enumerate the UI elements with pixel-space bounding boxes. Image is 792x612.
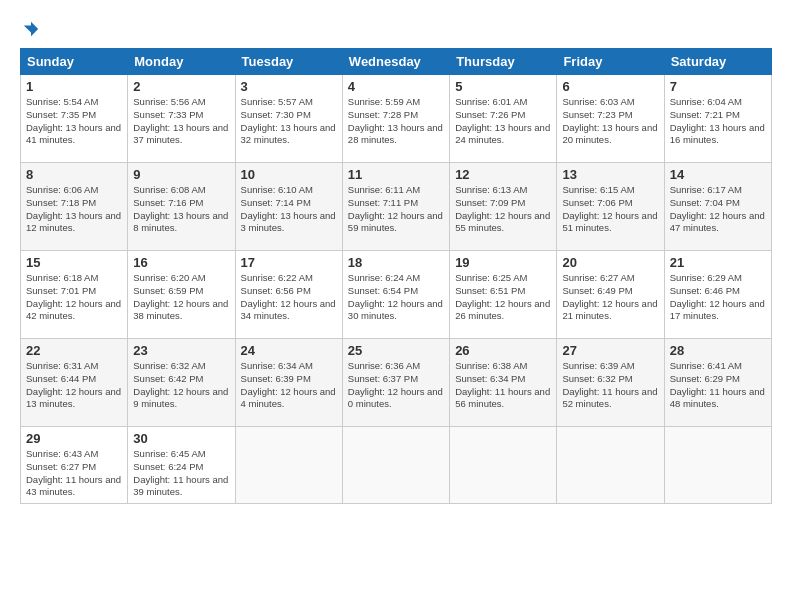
day-info: Sunrise: 6:43 AM Sunset: 6:27 PM Dayligh…	[26, 448, 122, 499]
day-info: Sunrise: 6:24 AM Sunset: 6:54 PM Dayligh…	[348, 272, 444, 323]
calendar-cell: 16Sunrise: 6:20 AM Sunset: 6:59 PM Dayli…	[128, 251, 235, 339]
day-number: 24	[241, 343, 337, 358]
day-number: 14	[670, 167, 766, 182]
day-number: 10	[241, 167, 337, 182]
day-info: Sunrise: 6:06 AM Sunset: 7:18 PM Dayligh…	[26, 184, 122, 235]
calendar-cell: 26Sunrise: 6:38 AM Sunset: 6:34 PM Dayli…	[450, 339, 557, 427]
calendar-week-row: 8Sunrise: 6:06 AM Sunset: 7:18 PM Daylig…	[21, 163, 772, 251]
day-info: Sunrise: 6:11 AM Sunset: 7:11 PM Dayligh…	[348, 184, 444, 235]
weekday-header: Tuesday	[235, 49, 342, 75]
day-info: Sunrise: 6:39 AM Sunset: 6:32 PM Dayligh…	[562, 360, 658, 411]
calendar-cell: 19Sunrise: 6:25 AM Sunset: 6:51 PM Dayli…	[450, 251, 557, 339]
calendar-cell: 4Sunrise: 5:59 AM Sunset: 7:28 PM Daylig…	[342, 75, 449, 163]
day-info: Sunrise: 5:57 AM Sunset: 7:30 PM Dayligh…	[241, 96, 337, 147]
calendar-cell: 3Sunrise: 5:57 AM Sunset: 7:30 PM Daylig…	[235, 75, 342, 163]
day-number: 4	[348, 79, 444, 94]
day-info: Sunrise: 6:27 AM Sunset: 6:49 PM Dayligh…	[562, 272, 658, 323]
day-number: 29	[26, 431, 122, 446]
calendar-cell	[450, 427, 557, 504]
calendar-cell: 23Sunrise: 6:32 AM Sunset: 6:42 PM Dayli…	[128, 339, 235, 427]
day-info: Sunrise: 6:34 AM Sunset: 6:39 PM Dayligh…	[241, 360, 337, 411]
weekday-header: Monday	[128, 49, 235, 75]
calendar-cell: 6Sunrise: 6:03 AM Sunset: 7:23 PM Daylig…	[557, 75, 664, 163]
calendar-cell: 1Sunrise: 5:54 AM Sunset: 7:35 PM Daylig…	[21, 75, 128, 163]
calendar-week-row: 1Sunrise: 5:54 AM Sunset: 7:35 PM Daylig…	[21, 75, 772, 163]
day-info: Sunrise: 6:10 AM Sunset: 7:14 PM Dayligh…	[241, 184, 337, 235]
calendar-cell: 30Sunrise: 6:45 AM Sunset: 6:24 PM Dayli…	[128, 427, 235, 504]
day-info: Sunrise: 6:25 AM Sunset: 6:51 PM Dayligh…	[455, 272, 551, 323]
day-info: Sunrise: 6:03 AM Sunset: 7:23 PM Dayligh…	[562, 96, 658, 147]
day-number: 15	[26, 255, 122, 270]
calendar-cell: 9Sunrise: 6:08 AM Sunset: 7:16 PM Daylig…	[128, 163, 235, 251]
weekday-header: Wednesday	[342, 49, 449, 75]
calendar-week-row: 29Sunrise: 6:43 AM Sunset: 6:27 PM Dayli…	[21, 427, 772, 504]
day-info: Sunrise: 5:56 AM Sunset: 7:33 PM Dayligh…	[133, 96, 229, 147]
day-info: Sunrise: 6:45 AM Sunset: 6:24 PM Dayligh…	[133, 448, 229, 499]
calendar-cell: 17Sunrise: 6:22 AM Sunset: 6:56 PM Dayli…	[235, 251, 342, 339]
day-number: 11	[348, 167, 444, 182]
day-number: 20	[562, 255, 658, 270]
day-number: 5	[455, 79, 551, 94]
calendar-cell	[235, 427, 342, 504]
day-info: Sunrise: 5:54 AM Sunset: 7:35 PM Dayligh…	[26, 96, 122, 147]
day-number: 7	[670, 79, 766, 94]
day-number: 30	[133, 431, 229, 446]
day-number: 27	[562, 343, 658, 358]
day-info: Sunrise: 6:18 AM Sunset: 7:01 PM Dayligh…	[26, 272, 122, 323]
calendar-cell	[342, 427, 449, 504]
day-number: 18	[348, 255, 444, 270]
day-number: 9	[133, 167, 229, 182]
day-number: 12	[455, 167, 551, 182]
weekday-header: Thursday	[450, 49, 557, 75]
day-number: 23	[133, 343, 229, 358]
calendar-cell: 24Sunrise: 6:34 AM Sunset: 6:39 PM Dayli…	[235, 339, 342, 427]
calendar-cell: 15Sunrise: 6:18 AM Sunset: 7:01 PM Dayli…	[21, 251, 128, 339]
day-number: 2	[133, 79, 229, 94]
day-info: Sunrise: 6:08 AM Sunset: 7:16 PM Dayligh…	[133, 184, 229, 235]
calendar-cell: 10Sunrise: 6:10 AM Sunset: 7:14 PM Dayli…	[235, 163, 342, 251]
calendar-cell: 2Sunrise: 5:56 AM Sunset: 7:33 PM Daylig…	[128, 75, 235, 163]
calendar-cell: 21Sunrise: 6:29 AM Sunset: 6:46 PM Dayli…	[664, 251, 771, 339]
day-info: Sunrise: 5:59 AM Sunset: 7:28 PM Dayligh…	[348, 96, 444, 147]
svg-marker-1	[24, 25, 31, 32]
calendar-cell: 12Sunrise: 6:13 AM Sunset: 7:09 PM Dayli…	[450, 163, 557, 251]
calendar-cell: 18Sunrise: 6:24 AM Sunset: 6:54 PM Dayli…	[342, 251, 449, 339]
calendar-cell: 11Sunrise: 6:11 AM Sunset: 7:11 PM Dayli…	[342, 163, 449, 251]
calendar-cell: 25Sunrise: 6:36 AM Sunset: 6:37 PM Dayli…	[342, 339, 449, 427]
day-info: Sunrise: 6:29 AM Sunset: 6:46 PM Dayligh…	[670, 272, 766, 323]
logo-icon	[22, 20, 40, 38]
logo	[20, 20, 40, 38]
day-number: 28	[670, 343, 766, 358]
calendar-cell	[557, 427, 664, 504]
day-info: Sunrise: 6:04 AM Sunset: 7:21 PM Dayligh…	[670, 96, 766, 147]
calendar-cell: 8Sunrise: 6:06 AM Sunset: 7:18 PM Daylig…	[21, 163, 128, 251]
day-number: 26	[455, 343, 551, 358]
calendar-cell: 14Sunrise: 6:17 AM Sunset: 7:04 PM Dayli…	[664, 163, 771, 251]
day-info: Sunrise: 6:22 AM Sunset: 6:56 PM Dayligh…	[241, 272, 337, 323]
calendar-cell: 20Sunrise: 6:27 AM Sunset: 6:49 PM Dayli…	[557, 251, 664, 339]
calendar-cell: 7Sunrise: 6:04 AM Sunset: 7:21 PM Daylig…	[664, 75, 771, 163]
day-number: 1	[26, 79, 122, 94]
day-number: 3	[241, 79, 337, 94]
calendar-table: SundayMondayTuesdayWednesdayThursdayFrid…	[20, 48, 772, 504]
day-info: Sunrise: 6:01 AM Sunset: 7:26 PM Dayligh…	[455, 96, 551, 147]
day-info: Sunrise: 6:20 AM Sunset: 6:59 PM Dayligh…	[133, 272, 229, 323]
calendar-cell: 28Sunrise: 6:41 AM Sunset: 6:29 PM Dayli…	[664, 339, 771, 427]
day-info: Sunrise: 6:17 AM Sunset: 7:04 PM Dayligh…	[670, 184, 766, 235]
day-info: Sunrise: 6:15 AM Sunset: 7:06 PM Dayligh…	[562, 184, 658, 235]
calendar-cell: 13Sunrise: 6:15 AM Sunset: 7:06 PM Dayli…	[557, 163, 664, 251]
day-info: Sunrise: 6:38 AM Sunset: 6:34 PM Dayligh…	[455, 360, 551, 411]
calendar-cell: 29Sunrise: 6:43 AM Sunset: 6:27 PM Dayli…	[21, 427, 128, 504]
day-number: 13	[562, 167, 658, 182]
day-info: Sunrise: 6:36 AM Sunset: 6:37 PM Dayligh…	[348, 360, 444, 411]
day-info: Sunrise: 6:13 AM Sunset: 7:09 PM Dayligh…	[455, 184, 551, 235]
day-number: 25	[348, 343, 444, 358]
calendar-week-row: 15Sunrise: 6:18 AM Sunset: 7:01 PM Dayli…	[21, 251, 772, 339]
header	[20, 20, 772, 38]
day-number: 17	[241, 255, 337, 270]
calendar-cell: 27Sunrise: 6:39 AM Sunset: 6:32 PM Dayli…	[557, 339, 664, 427]
calendar-cell: 22Sunrise: 6:31 AM Sunset: 6:44 PM Dayli…	[21, 339, 128, 427]
weekday-header: Saturday	[664, 49, 771, 75]
day-info: Sunrise: 6:41 AM Sunset: 6:29 PM Dayligh…	[670, 360, 766, 411]
day-number: 8	[26, 167, 122, 182]
